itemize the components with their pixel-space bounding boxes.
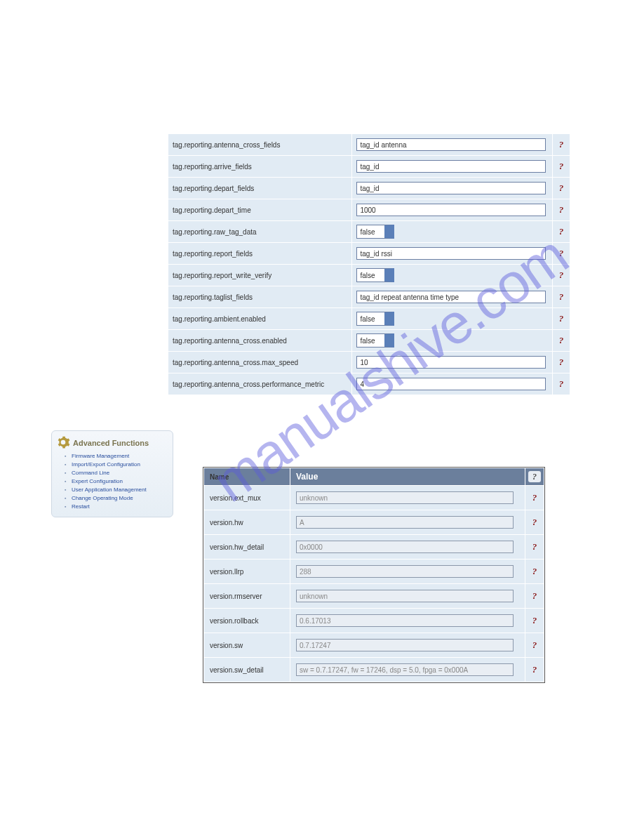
help-cell: ? bbox=[525, 535, 544, 559]
config-input[interactable] bbox=[356, 291, 546, 303]
version-value-input bbox=[296, 663, 514, 676]
config-row: tag.reporting.arrive_fields? bbox=[168, 156, 570, 177]
version-value-cell bbox=[290, 560, 525, 583]
version-name: version.llrp bbox=[204, 560, 290, 583]
version-table: Name Value ? version.ext_mux?version.hw?… bbox=[203, 468, 544, 682]
help-icon[interactable]: ? bbox=[559, 270, 564, 280]
version-name: version.hw_detail bbox=[204, 535, 290, 559]
config-label: tag.reporting.depart_fields bbox=[168, 178, 351, 199]
config-value-cell bbox=[352, 156, 551, 177]
help-cell: ? bbox=[525, 510, 544, 534]
help-icon[interactable]: ? bbox=[559, 335, 564, 345]
help-icon[interactable]: ? bbox=[559, 357, 564, 367]
help-cell: ? bbox=[553, 308, 570, 329]
config-label: tag.reporting.report_write_verify bbox=[168, 265, 351, 286]
help-icon[interactable]: ? bbox=[559, 291, 564, 302]
version-value-cell bbox=[290, 633, 525, 657]
sidebar-item: Firmware Management bbox=[72, 452, 167, 461]
version-name: version.sw_detail bbox=[204, 658, 290, 682]
help-icon[interactable]: ? bbox=[559, 313, 564, 324]
config-value-cell bbox=[352, 178, 551, 199]
help-icon[interactable]: ? bbox=[559, 139, 564, 150]
config-row: tag.reporting.raw_tag_datafalsetrue? bbox=[168, 221, 570, 242]
help-icon[interactable]: ? bbox=[559, 248, 564, 258]
config-input[interactable] bbox=[356, 138, 546, 151]
config-value-cell: falsetrue bbox=[352, 308, 551, 329]
version-name: version.hw bbox=[204, 510, 290, 534]
advanced-functions-header: Advanced Functions bbox=[56, 435, 167, 451]
config-select[interactable]: falsetrue bbox=[356, 268, 394, 282]
config-value-cell bbox=[352, 286, 551, 307]
advanced-functions-panel: Advanced Functions Firmware ManagementIm… bbox=[51, 430, 173, 517]
help-icon[interactable]: ? bbox=[532, 590, 537, 601]
config-row: tag.reporting.depart_fields? bbox=[168, 178, 570, 199]
version-row: version.hw? bbox=[204, 510, 544, 534]
help-icon[interactable]: ? bbox=[559, 378, 564, 389]
sidebar-link[interactable]: Restart bbox=[72, 503, 90, 510]
sidebar-link[interactable]: Import/Export Configuration bbox=[72, 461, 140, 468]
help-icon[interactable]: ? bbox=[532, 517, 537, 527]
help-icon[interactable]: ? bbox=[559, 204, 564, 215]
config-select[interactable]: falsetrue bbox=[356, 225, 394, 239]
version-value-input bbox=[296, 541, 514, 553]
config-value-cell: falsetrue bbox=[352, 265, 551, 286]
version-value-cell bbox=[290, 510, 525, 534]
config-row: tag.reporting.report_write_verifyfalsetr… bbox=[168, 265, 570, 286]
config-value-cell bbox=[352, 352, 551, 373]
config-value-cell bbox=[352, 243, 551, 264]
help-icon[interactable]: ? bbox=[532, 664, 537, 675]
config-input[interactable] bbox=[356, 378, 546, 390]
help-icon: ? bbox=[528, 471, 541, 482]
sidebar-link[interactable]: Expert Configuration bbox=[72, 478, 123, 484]
help-icon[interactable]: ? bbox=[532, 615, 537, 626]
version-value-input bbox=[296, 565, 514, 578]
config-input[interactable] bbox=[356, 356, 546, 369]
sidebar-link[interactable]: Firmware Management bbox=[72, 453, 129, 459]
version-header-help[interactable]: ? bbox=[525, 468, 544, 485]
help-icon[interactable]: ? bbox=[532, 566, 537, 576]
config-select[interactable]: falsetrue bbox=[356, 312, 394, 326]
version-value-cell bbox=[290, 584, 525, 608]
config-row: tag.reporting.antenna_cross.performance_… bbox=[168, 373, 570, 395]
config-input[interactable] bbox=[356, 204, 546, 216]
help-icon[interactable]: ? bbox=[559, 226, 564, 237]
config-label: tag.reporting.depart_time bbox=[168, 199, 351, 220]
help-icon[interactable]: ? bbox=[532, 541, 537, 552]
version-value-cell bbox=[290, 486, 525, 510]
help-cell: ? bbox=[525, 584, 544, 608]
config-input[interactable] bbox=[356, 182, 546, 194]
help-cell: ? bbox=[553, 134, 570, 155]
config-row: tag.reporting.depart_time? bbox=[168, 199, 570, 220]
help-cell: ? bbox=[553, 178, 570, 199]
config-label: tag.reporting.arrive_fields bbox=[168, 156, 351, 177]
version-row: version.rmserver? bbox=[204, 584, 544, 608]
help-cell: ? bbox=[553, 265, 570, 286]
version-row: version.llrp? bbox=[204, 560, 544, 583]
sidebar-link[interactable]: User Application Management bbox=[72, 486, 147, 493]
help-icon[interactable]: ? bbox=[532, 640, 537, 650]
config-value-cell bbox=[352, 134, 551, 155]
version-table-container: Name Value ? version.ext_mux?version.hw?… bbox=[203, 467, 545, 683]
help-cell: ? bbox=[525, 560, 544, 583]
config-input[interactable] bbox=[356, 160, 546, 173]
version-row: version.rollback? bbox=[204, 609, 544, 633]
sidebar-link[interactable]: Change Operating Mode bbox=[72, 495, 133, 501]
gear-icon bbox=[56, 435, 70, 451]
version-value-cell bbox=[290, 658, 525, 682]
config-label: tag.reporting.taglist_fields bbox=[168, 286, 351, 307]
help-cell: ? bbox=[525, 609, 544, 633]
config-select[interactable]: falsetrue bbox=[356, 333, 394, 348]
config-label: tag.reporting.ambient.enabled bbox=[168, 308, 351, 329]
config-label: tag.reporting.antenna_cross.performance_… bbox=[168, 373, 351, 395]
version-row: version.ext_mux? bbox=[204, 486, 544, 510]
config-value-cell bbox=[352, 373, 551, 395]
help-cell: ? bbox=[553, 199, 570, 220]
help-icon[interactable]: ? bbox=[559, 183, 564, 193]
config-input[interactable] bbox=[356, 247, 546, 260]
help-icon[interactable]: ? bbox=[532, 492, 537, 503]
help-cell: ? bbox=[553, 221, 570, 242]
sidebar-item: Command Line bbox=[72, 469, 167, 477]
help-cell: ? bbox=[553, 330, 570, 351]
help-icon[interactable]: ? bbox=[559, 161, 564, 171]
sidebar-link[interactable]: Command Line bbox=[72, 470, 109, 476]
